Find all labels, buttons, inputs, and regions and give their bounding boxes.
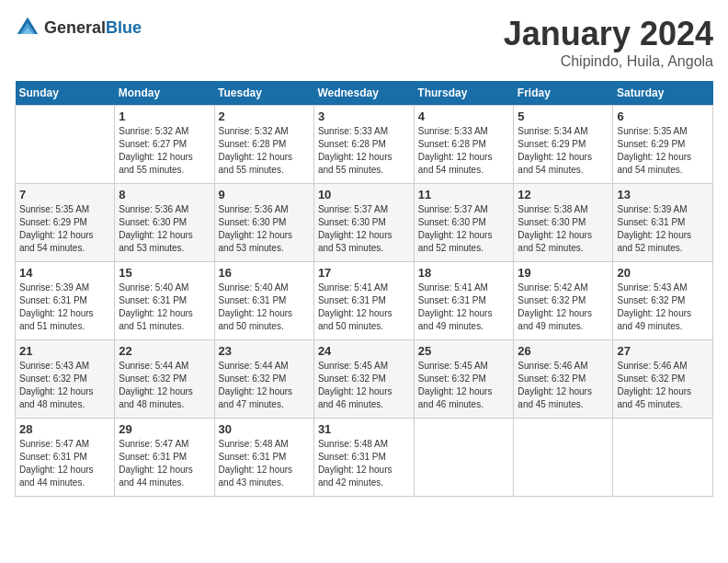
day-info: Sunrise: 5:43 AM Sunset: 6:32 PM Dayligh… [617,282,709,333]
calendar-cell: 20Sunrise: 5:43 AM Sunset: 6:32 PM Dayli… [613,262,713,340]
calendar-cell [613,419,713,497]
day-number: 28 [19,422,110,436]
calendar-cell: 19Sunrise: 5:42 AM Sunset: 6:32 PM Dayli… [514,262,613,340]
day-info: Sunrise: 5:37 AM Sunset: 6:30 PM Dayligh… [418,203,510,255]
week-row-2: 14Sunrise: 5:39 AM Sunset: 6:31 PM Dayli… [16,262,713,340]
day-info: Sunrise: 5:47 AM Sunset: 6:31 PM Dayligh… [119,438,210,489]
day-info: Sunrise: 5:39 AM Sunset: 6:31 PM Dayligh… [617,203,709,255]
calendar-cell [414,419,514,497]
day-number: 27 [617,344,709,358]
header-sunday: Sunday [16,81,115,106]
calendar-cell: 7Sunrise: 5:35 AM Sunset: 6:29 PM Daylig… [16,184,115,262]
logo-icon [15,15,40,40]
header-wednesday: Wednesday [313,81,414,106]
day-number: 9 [219,188,310,201]
week-row-1: 7Sunrise: 5:35 AM Sunset: 6:29 PM Daylig… [16,184,713,262]
day-number: 17 [318,266,410,280]
day-info: Sunrise: 5:43 AM Sunset: 6:32 PM Dayligh… [19,360,110,411]
day-number: 21 [19,344,110,358]
day-number: 4 [418,109,510,123]
calendar-cell: 14Sunrise: 5:39 AM Sunset: 6:31 PM Dayli… [16,262,115,340]
calendar-cell: 16Sunrise: 5:40 AM Sunset: 6:31 PM Dayli… [214,262,313,340]
day-info: Sunrise: 5:35 AM Sunset: 6:29 PM Dayligh… [19,203,110,255]
day-number: 11 [418,188,510,201]
week-row-4: 28Sunrise: 5:47 AM Sunset: 6:31 PM Dayli… [16,419,713,497]
calendar-cell [514,419,613,497]
header-monday: Monday [115,81,214,106]
calendar-cell: 2Sunrise: 5:32 AM Sunset: 6:28 PM Daylig… [214,106,313,184]
calendar-cell: 1Sunrise: 5:32 AM Sunset: 6:27 PM Daylig… [115,106,214,184]
day-number: 1 [119,109,210,123]
day-number: 3 [318,109,410,123]
day-info: Sunrise: 5:48 AM Sunset: 6:31 PM Dayligh… [219,438,310,489]
day-info: Sunrise: 5:38 AM Sunset: 6:30 PM Dayligh… [518,203,609,255]
calendar-cell: 27Sunrise: 5:46 AM Sunset: 6:32 PM Dayli… [613,340,713,419]
calendar-cell: 5Sunrise: 5:34 AM Sunset: 6:29 PM Daylig… [514,106,613,184]
header-friday: Friday [514,81,613,106]
logo-blue: Blue [106,18,142,37]
day-info: Sunrise: 5:41 AM Sunset: 6:31 PM Dayligh… [418,282,510,333]
day-info: Sunrise: 5:41 AM Sunset: 6:31 PM Dayligh… [318,282,410,333]
calendar-cell: 22Sunrise: 5:44 AM Sunset: 6:32 PM Dayli… [115,340,214,419]
day-number: 10 [318,188,410,201]
day-info: Sunrise: 5:32 AM Sunset: 6:27 PM Dayligh… [119,125,210,177]
calendar-cell: 8Sunrise: 5:36 AM Sunset: 6:30 PM Daylig… [115,184,214,262]
day-number: 20 [617,266,709,280]
day-info: Sunrise: 5:37 AM Sunset: 6:30 PM Dayligh… [318,203,410,255]
day-number: 26 [518,344,609,358]
title-area: January 2024 Chipindo, Huila, Angola [504,15,713,70]
day-number: 22 [119,344,210,358]
calendar-cell: 29Sunrise: 5:47 AM Sunset: 6:31 PM Dayli… [115,419,214,497]
day-number: 23 [219,344,310,358]
day-number: 8 [119,188,210,201]
day-info: Sunrise: 5:33 AM Sunset: 6:28 PM Dayligh… [418,125,510,177]
logo-text: GeneralBlue [44,18,142,38]
calendar-cell: 17Sunrise: 5:41 AM Sunset: 6:31 PM Dayli… [313,262,414,340]
month-title: January 2024 [504,15,713,53]
calendar-cell: 11Sunrise: 5:37 AM Sunset: 6:30 PM Dayli… [414,184,514,262]
day-info: Sunrise: 5:32 AM Sunset: 6:28 PM Dayligh… [219,125,310,177]
calendar-cell: 9Sunrise: 5:36 AM Sunset: 6:30 PM Daylig… [214,184,313,262]
day-number: 30 [219,422,310,436]
calendar-table: Sunday Monday Tuesday Wednesday Thursday… [15,81,713,497]
calendar-cell: 4Sunrise: 5:33 AM Sunset: 6:28 PM Daylig… [414,106,514,184]
day-number: 2 [219,109,310,123]
day-number: 7 [19,188,110,201]
day-info: Sunrise: 5:40 AM Sunset: 6:31 PM Dayligh… [219,282,310,333]
day-number: 12 [518,188,609,201]
weekday-header-row: Sunday Monday Tuesday Wednesday Thursday… [16,81,713,106]
day-number: 6 [617,109,709,123]
header-saturday: Saturday [613,81,713,106]
calendar-cell: 3Sunrise: 5:33 AM Sunset: 6:28 PM Daylig… [313,106,414,184]
day-info: Sunrise: 5:46 AM Sunset: 6:32 PM Dayligh… [617,360,709,411]
day-info: Sunrise: 5:47 AM Sunset: 6:31 PM Dayligh… [19,438,110,489]
day-info: Sunrise: 5:48 AM Sunset: 6:31 PM Dayligh… [318,438,410,489]
day-number: 13 [617,188,709,201]
header-thursday: Thursday [414,81,514,106]
day-number: 31 [318,422,410,436]
header-tuesday: Tuesday [214,81,313,106]
week-row-3: 21Sunrise: 5:43 AM Sunset: 6:32 PM Dayli… [16,340,713,419]
day-info: Sunrise: 5:40 AM Sunset: 6:31 PM Dayligh… [119,282,210,333]
calendar-cell: 6Sunrise: 5:35 AM Sunset: 6:29 PM Daylig… [613,106,713,184]
day-number: 15 [119,266,210,280]
calendar-cell: 18Sunrise: 5:41 AM Sunset: 6:31 PM Dayli… [414,262,514,340]
day-number: 29 [119,422,210,436]
day-info: Sunrise: 5:44 AM Sunset: 6:32 PM Dayligh… [219,360,310,411]
logo-general: General [44,18,106,37]
calendar-cell: 10Sunrise: 5:37 AM Sunset: 6:30 PM Dayli… [313,184,414,262]
week-row-0: 1Sunrise: 5:32 AM Sunset: 6:27 PM Daylig… [16,106,713,184]
header: GeneralBlue January 2024 Chipindo, Huila… [15,15,713,70]
day-info: Sunrise: 5:45 AM Sunset: 6:32 PM Dayligh… [418,360,510,411]
day-number: 5 [518,109,609,123]
day-info: Sunrise: 5:42 AM Sunset: 6:32 PM Dayligh… [518,282,609,333]
day-number: 18 [418,266,510,280]
day-number: 19 [518,266,609,280]
day-number: 25 [418,344,510,358]
calendar-cell: 25Sunrise: 5:45 AM Sunset: 6:32 PM Dayli… [414,340,514,419]
day-info: Sunrise: 5:39 AM Sunset: 6:31 PM Dayligh… [19,282,110,333]
day-info: Sunrise: 5:36 AM Sunset: 6:30 PM Dayligh… [119,203,210,255]
calendar-cell: 23Sunrise: 5:44 AM Sunset: 6:32 PM Dayli… [214,340,313,419]
calendar-cell: 24Sunrise: 5:45 AM Sunset: 6:32 PM Dayli… [313,340,414,419]
day-info: Sunrise: 5:45 AM Sunset: 6:32 PM Dayligh… [318,360,410,411]
